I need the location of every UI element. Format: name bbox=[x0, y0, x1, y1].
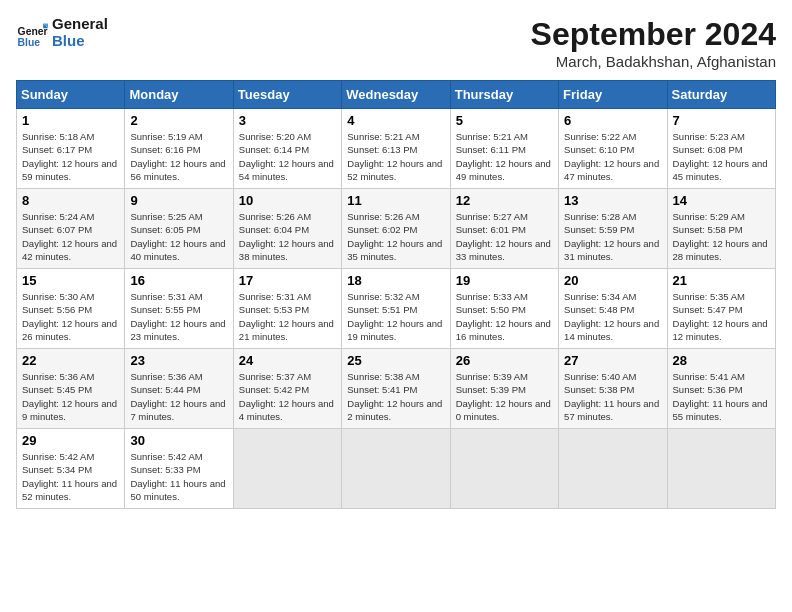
calendar-cell: 17 Sunrise: 5:31 AMSunset: 5:53 PMDaylig… bbox=[233, 269, 341, 349]
calendar-cell: 3 Sunrise: 5:20 AMSunset: 6:14 PMDayligh… bbox=[233, 109, 341, 189]
column-header-wednesday: Wednesday bbox=[342, 81, 450, 109]
location-subtitle: March, Badakhshan, Afghanistan bbox=[531, 53, 776, 70]
calendar-cell: 22 Sunrise: 5:36 AMSunset: 5:45 PMDaylig… bbox=[17, 349, 125, 429]
calendar-cell: 10 Sunrise: 5:26 AMSunset: 6:04 PMDaylig… bbox=[233, 189, 341, 269]
calendar-cell: 27 Sunrise: 5:40 AMSunset: 5:38 PMDaylig… bbox=[559, 349, 667, 429]
calendar-cell bbox=[233, 429, 341, 509]
day-number: 10 bbox=[239, 193, 336, 208]
day-info: Sunrise: 5:29 AMSunset: 5:58 PMDaylight:… bbox=[673, 210, 770, 263]
logo-icon: General Blue bbox=[16, 17, 48, 49]
calendar-cell: 11 Sunrise: 5:26 AMSunset: 6:02 PMDaylig… bbox=[342, 189, 450, 269]
day-number: 20 bbox=[564, 273, 661, 288]
month-title: September 2024 bbox=[531, 16, 776, 53]
day-info: Sunrise: 5:20 AMSunset: 6:14 PMDaylight:… bbox=[239, 130, 336, 183]
calendar-cell: 20 Sunrise: 5:34 AMSunset: 5:48 PMDaylig… bbox=[559, 269, 667, 349]
calendar-cell: 6 Sunrise: 5:22 AMSunset: 6:10 PMDayligh… bbox=[559, 109, 667, 189]
day-info: Sunrise: 5:42 AMSunset: 5:33 PMDaylight:… bbox=[130, 450, 227, 503]
calendar-cell bbox=[342, 429, 450, 509]
day-info: Sunrise: 5:23 AMSunset: 6:08 PMDaylight:… bbox=[673, 130, 770, 183]
day-number: 19 bbox=[456, 273, 553, 288]
calendar-cell: 7 Sunrise: 5:23 AMSunset: 6:08 PMDayligh… bbox=[667, 109, 775, 189]
calendar-cell: 26 Sunrise: 5:39 AMSunset: 5:39 PMDaylig… bbox=[450, 349, 558, 429]
calendar-cell: 28 Sunrise: 5:41 AMSunset: 5:36 PMDaylig… bbox=[667, 349, 775, 429]
day-info: Sunrise: 5:27 AMSunset: 6:01 PMDaylight:… bbox=[456, 210, 553, 263]
column-header-thursday: Thursday bbox=[450, 81, 558, 109]
day-number: 12 bbox=[456, 193, 553, 208]
day-info: Sunrise: 5:39 AMSunset: 5:39 PMDaylight:… bbox=[456, 370, 553, 423]
day-number: 23 bbox=[130, 353, 227, 368]
day-info: Sunrise: 5:41 AMSunset: 5:36 PMDaylight:… bbox=[673, 370, 770, 423]
day-info: Sunrise: 5:30 AMSunset: 5:56 PMDaylight:… bbox=[22, 290, 119, 343]
day-info: Sunrise: 5:36 AMSunset: 5:44 PMDaylight:… bbox=[130, 370, 227, 423]
day-info: Sunrise: 5:18 AMSunset: 6:17 PMDaylight:… bbox=[22, 130, 119, 183]
calendar-cell: 19 Sunrise: 5:33 AMSunset: 5:50 PMDaylig… bbox=[450, 269, 558, 349]
calendar-cell: 2 Sunrise: 5:19 AMSunset: 6:16 PMDayligh… bbox=[125, 109, 233, 189]
calendar-cell: 29 Sunrise: 5:42 AMSunset: 5:34 PMDaylig… bbox=[17, 429, 125, 509]
day-number: 28 bbox=[673, 353, 770, 368]
calendar-cell: 1 Sunrise: 5:18 AMSunset: 6:17 PMDayligh… bbox=[17, 109, 125, 189]
day-number: 5 bbox=[456, 113, 553, 128]
calendar-cell: 23 Sunrise: 5:36 AMSunset: 5:44 PMDaylig… bbox=[125, 349, 233, 429]
day-info: Sunrise: 5:40 AMSunset: 5:38 PMDaylight:… bbox=[564, 370, 661, 423]
column-header-saturday: Saturday bbox=[667, 81, 775, 109]
page-header: General Blue General Blue September 2024… bbox=[16, 16, 776, 70]
calendar-cell: 8 Sunrise: 5:24 AMSunset: 6:07 PMDayligh… bbox=[17, 189, 125, 269]
svg-text:Blue: Blue bbox=[18, 36, 41, 47]
day-number: 3 bbox=[239, 113, 336, 128]
calendar-cell: 18 Sunrise: 5:32 AMSunset: 5:51 PMDaylig… bbox=[342, 269, 450, 349]
calendar-cell: 14 Sunrise: 5:29 AMSunset: 5:58 PMDaylig… bbox=[667, 189, 775, 269]
logo-general: General bbox=[52, 16, 108, 33]
day-info: Sunrise: 5:31 AMSunset: 5:55 PMDaylight:… bbox=[130, 290, 227, 343]
logo: General Blue General Blue bbox=[16, 16, 108, 49]
day-number: 17 bbox=[239, 273, 336, 288]
calendar-cell: 30 Sunrise: 5:42 AMSunset: 5:33 PMDaylig… bbox=[125, 429, 233, 509]
day-number: 27 bbox=[564, 353, 661, 368]
day-info: Sunrise: 5:25 AMSunset: 6:05 PMDaylight:… bbox=[130, 210, 227, 263]
day-number: 21 bbox=[673, 273, 770, 288]
calendar-cell: 13 Sunrise: 5:28 AMSunset: 5:59 PMDaylig… bbox=[559, 189, 667, 269]
day-info: Sunrise: 5:21 AMSunset: 6:11 PMDaylight:… bbox=[456, 130, 553, 183]
calendar-cell: 21 Sunrise: 5:35 AMSunset: 5:47 PMDaylig… bbox=[667, 269, 775, 349]
day-info: Sunrise: 5:28 AMSunset: 5:59 PMDaylight:… bbox=[564, 210, 661, 263]
day-info: Sunrise: 5:42 AMSunset: 5:34 PMDaylight:… bbox=[22, 450, 119, 503]
day-info: Sunrise: 5:31 AMSunset: 5:53 PMDaylight:… bbox=[239, 290, 336, 343]
day-info: Sunrise: 5:24 AMSunset: 6:07 PMDaylight:… bbox=[22, 210, 119, 263]
day-info: Sunrise: 5:36 AMSunset: 5:45 PMDaylight:… bbox=[22, 370, 119, 423]
day-number: 11 bbox=[347, 193, 444, 208]
calendar-cell bbox=[450, 429, 558, 509]
day-number: 13 bbox=[564, 193, 661, 208]
day-number: 29 bbox=[22, 433, 119, 448]
day-number: 26 bbox=[456, 353, 553, 368]
day-info: Sunrise: 5:22 AMSunset: 6:10 PMDaylight:… bbox=[564, 130, 661, 183]
day-info: Sunrise: 5:38 AMSunset: 5:41 PMDaylight:… bbox=[347, 370, 444, 423]
calendar-cell: 25 Sunrise: 5:38 AMSunset: 5:41 PMDaylig… bbox=[342, 349, 450, 429]
day-info: Sunrise: 5:26 AMSunset: 6:02 PMDaylight:… bbox=[347, 210, 444, 263]
day-info: Sunrise: 5:21 AMSunset: 6:13 PMDaylight:… bbox=[347, 130, 444, 183]
day-number: 2 bbox=[130, 113, 227, 128]
calendar-cell: 9 Sunrise: 5:25 AMSunset: 6:05 PMDayligh… bbox=[125, 189, 233, 269]
day-number: 22 bbox=[22, 353, 119, 368]
day-number: 16 bbox=[130, 273, 227, 288]
day-number: 7 bbox=[673, 113, 770, 128]
day-info: Sunrise: 5:34 AMSunset: 5:48 PMDaylight:… bbox=[564, 290, 661, 343]
calendar-cell: 15 Sunrise: 5:30 AMSunset: 5:56 PMDaylig… bbox=[17, 269, 125, 349]
column-header-friday: Friday bbox=[559, 81, 667, 109]
day-info: Sunrise: 5:33 AMSunset: 5:50 PMDaylight:… bbox=[456, 290, 553, 343]
calendar-cell: 4 Sunrise: 5:21 AMSunset: 6:13 PMDayligh… bbox=[342, 109, 450, 189]
day-number: 24 bbox=[239, 353, 336, 368]
calendar-cell bbox=[559, 429, 667, 509]
day-number: 8 bbox=[22, 193, 119, 208]
day-number: 14 bbox=[673, 193, 770, 208]
day-number: 18 bbox=[347, 273, 444, 288]
column-header-tuesday: Tuesday bbox=[233, 81, 341, 109]
calendar-cell bbox=[667, 429, 775, 509]
logo-blue: Blue bbox=[52, 33, 108, 50]
day-info: Sunrise: 5:19 AMSunset: 6:16 PMDaylight:… bbox=[130, 130, 227, 183]
day-number: 6 bbox=[564, 113, 661, 128]
day-info: Sunrise: 5:35 AMSunset: 5:47 PMDaylight:… bbox=[673, 290, 770, 343]
calendar-table: SundayMondayTuesdayWednesdayThursdayFrid… bbox=[16, 80, 776, 509]
day-info: Sunrise: 5:37 AMSunset: 5:42 PMDaylight:… bbox=[239, 370, 336, 423]
column-header-sunday: Sunday bbox=[17, 81, 125, 109]
day-number: 25 bbox=[347, 353, 444, 368]
title-block: September 2024 March, Badakhshan, Afghan… bbox=[531, 16, 776, 70]
